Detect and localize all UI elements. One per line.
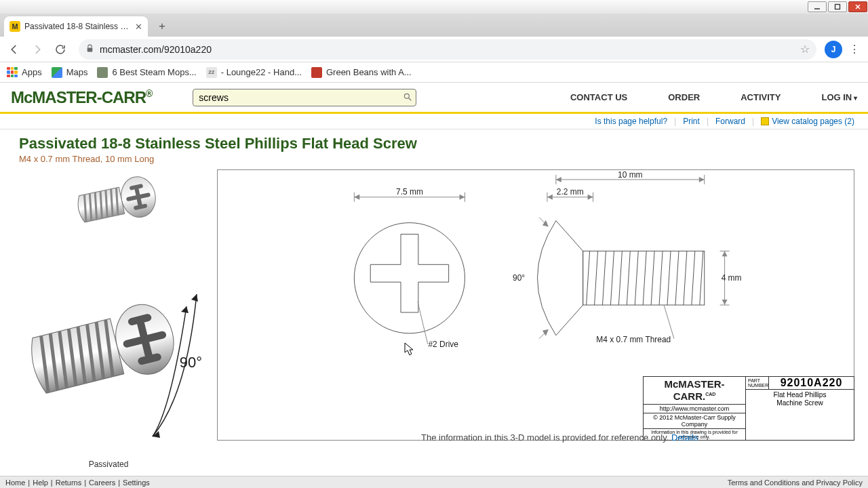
svg-marker-46 bbox=[588, 195, 593, 200]
bookmark-label: Green Beans with A... bbox=[326, 67, 412, 77]
svg-marker-51 bbox=[542, 329, 549, 336]
svg-marker-32 bbox=[460, 195, 465, 200]
window-minimize-button[interactable] bbox=[808, 1, 827, 12]
svg-point-5 bbox=[405, 94, 410, 98]
site-footer: Home| Help| Returns| Careers| Settings T… bbox=[0, 476, 868, 488]
product-heading: Passivated 18-8 Stainless Steel Phillips… bbox=[0, 129, 868, 167]
titleblock-pn-label: PART NUMBER bbox=[746, 377, 769, 389]
browser-menu-icon[interactable]: ⋮ bbox=[845, 43, 864, 56]
thumb-small[interactable] bbox=[54, 169, 163, 240]
bookmark-label: Maps bbox=[66, 67, 88, 77]
window-close-button[interactable] bbox=[848, 1, 867, 12]
titleblock-copyright: © 2012 McMaster-Carr Supply Company bbox=[644, 413, 745, 429]
bookmark-maps[interactable]: Maps bbox=[52, 67, 88, 78]
browser-tabstrip: M Passivated 18-8 Stainless Steel P ✕ + bbox=[0, 14, 868, 37]
thumb-large[interactable]: 90° bbox=[14, 253, 203, 446]
bookmark-star-icon[interactable]: ☆ bbox=[800, 43, 810, 56]
link-page-helpful[interactable]: Is this page helpful? bbox=[595, 117, 667, 126]
nav-activity[interactable]: ACTIVITY bbox=[741, 92, 781, 102]
url-input[interactable] bbox=[100, 44, 795, 55]
svg-line-54 bbox=[587, 251, 590, 305]
svg-marker-40 bbox=[699, 177, 705, 182]
nav-forward-button[interactable] bbox=[27, 39, 47, 60]
svg-marker-31 bbox=[354, 195, 359, 200]
site-header: McMASTER-CARR® CONTACT US ORDER ACTIVITY… bbox=[0, 83, 868, 114]
footer-returns[interactable]: Returns bbox=[56, 479, 82, 487]
generic-favicon-icon bbox=[311, 67, 322, 78]
header-nav: CONTACT US ORDER ACTIVITY LOG IN bbox=[570, 92, 857, 102]
engineering-drawing[interactable]: 7.5 mm #2 Drive 10 mm 2.2 mm bbox=[217, 169, 854, 441]
bookmark-steam-mops[interactable]: 6 Best Steam Mops... bbox=[97, 67, 196, 78]
svg-line-59 bbox=[627, 251, 630, 305]
footer-terms[interactable]: Terms and Conditions and Privacy Policy bbox=[728, 479, 863, 487]
apps-grid-icon bbox=[7, 67, 18, 78]
site-search bbox=[193, 89, 416, 106]
lock-icon bbox=[85, 43, 94, 56]
reference-note: The information in this 3-D model is pro… bbox=[421, 432, 698, 443]
svg-marker-45 bbox=[547, 195, 553, 200]
new-tab-button[interactable]: + bbox=[152, 16, 172, 37]
nav-reload-button[interactable] bbox=[50, 39, 71, 60]
bookmark-apps[interactable]: Apps bbox=[7, 67, 42, 78]
bookmark-green-beans[interactable]: Green Beans with A... bbox=[311, 67, 412, 78]
svg-text:#2 Drive: #2 Drive bbox=[428, 340, 458, 349]
bookmarks-bar: Apps Maps 6 Best Steam Mops... 22 - Loun… bbox=[0, 62, 868, 83]
svg-text:2.2 mm: 2.2 mm bbox=[557, 187, 584, 197]
svg-line-62 bbox=[651, 251, 654, 305]
link-forward[interactable]: Forward bbox=[715, 117, 745, 126]
site-logo[interactable]: McMASTER-CARR® bbox=[11, 88, 152, 107]
svg-marker-49 bbox=[542, 220, 549, 227]
bookmark-label: Apps bbox=[22, 67, 42, 77]
generic-favicon-icon bbox=[97, 67, 108, 78]
svg-line-34 bbox=[418, 302, 428, 344]
profile-avatar[interactable]: J bbox=[825, 41, 842, 58]
search-icon[interactable] bbox=[403, 92, 412, 104]
tab-favicon: M bbox=[9, 21, 20, 32]
link-print[interactable]: Print bbox=[683, 117, 700, 126]
page-viewport: McMASTER-CARR® CONTACT US ORDER ACTIVITY… bbox=[0, 83, 868, 476]
details-link[interactable]: Details bbox=[671, 432, 698, 443]
logo-reg-icon: ® bbox=[146, 88, 152, 99]
svg-text:10 mm: 10 mm bbox=[618, 170, 643, 180]
svg-point-27 bbox=[354, 223, 465, 333]
svg-marker-72 bbox=[722, 251, 728, 256]
svg-marker-73 bbox=[722, 300, 728, 305]
tab-title: Passivated 18-8 Stainless Steel P bbox=[24, 22, 131, 31]
svg-rect-1 bbox=[835, 5, 840, 9]
bookmark-label: 6 Best Steam Mops... bbox=[112, 67, 196, 77]
svg-line-64 bbox=[667, 251, 671, 305]
svg-text:7.5 mm: 7.5 mm bbox=[396, 187, 423, 197]
search-input[interactable] bbox=[193, 89, 416, 106]
nav-back-button[interactable] bbox=[4, 39, 24, 60]
svg-text:90°: 90° bbox=[513, 273, 525, 283]
lounge-favicon-icon: 22 bbox=[206, 67, 217, 78]
footer-settings[interactable]: Settings bbox=[123, 479, 150, 487]
svg-line-68 bbox=[700, 251, 703, 305]
svg-line-55 bbox=[595, 251, 598, 305]
svg-line-67 bbox=[692, 251, 695, 305]
svg-line-65 bbox=[675, 251, 679, 305]
link-catalog-pages[interactable]: View catalog pages (2) bbox=[761, 117, 854, 126]
footer-home[interactable]: Home bbox=[5, 479, 25, 487]
nav-login[interactable]: LOG IN bbox=[821, 92, 857, 102]
product-subtitle: M4 x 0.7 mm Thread, 10 mm Long bbox=[19, 154, 849, 164]
bookmark-lounge22[interactable]: 22 - Lounge22 - Hand... bbox=[206, 67, 302, 78]
footer-careers[interactable]: Careers bbox=[89, 479, 115, 487]
svg-line-57 bbox=[610, 251, 614, 305]
nav-order[interactable]: ORDER bbox=[668, 92, 700, 102]
footer-help[interactable]: Help bbox=[33, 479, 48, 487]
product-thumbnails: 90° Passivated bbox=[14, 169, 203, 469]
bookmark-label: - Lounge22 - Hand... bbox=[221, 67, 302, 77]
svg-line-75 bbox=[664, 305, 674, 339]
browser-tab-active[interactable]: M Passivated 18-8 Stainless Steel P ✕ bbox=[4, 16, 148, 37]
maps-icon bbox=[52, 67, 62, 78]
thumb-angle-label: 90° bbox=[180, 354, 202, 371]
window-maximize-button[interactable] bbox=[828, 1, 847, 12]
address-bar[interactable]: ☆ bbox=[79, 39, 816, 60]
nav-contact[interactable]: CONTACT US bbox=[570, 92, 627, 102]
logo-text: McMASTER-CARR bbox=[11, 88, 146, 106]
tab-close-icon[interactable]: ✕ bbox=[135, 22, 142, 32]
svg-line-63 bbox=[659, 251, 663, 305]
svg-line-61 bbox=[643, 251, 646, 305]
titleblock-pn: 92010A220 bbox=[769, 377, 854, 389]
